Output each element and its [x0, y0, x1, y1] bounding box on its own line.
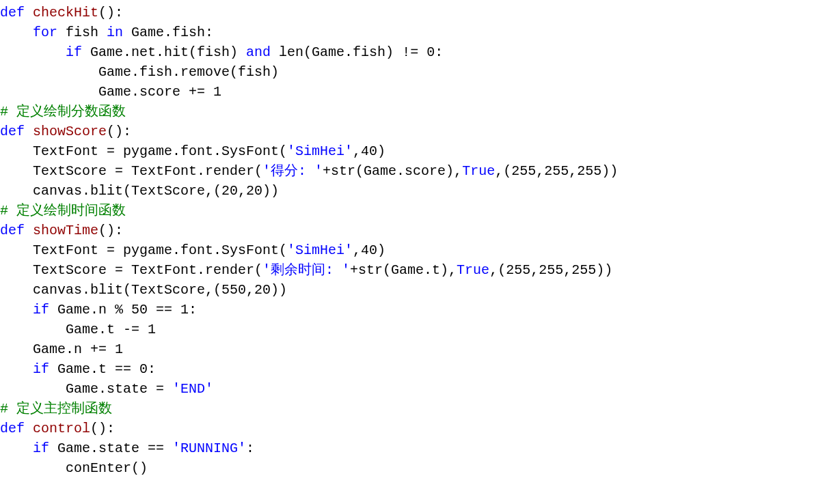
token-str: 'RUNNING' — [172, 440, 246, 456]
token-plain: Game.fish.remove(fish) — [0, 64, 279, 80]
token-plain: Game.fish: — [123, 25, 213, 40]
token-plain: (): — [90, 421, 115, 436]
token-str: '得分: ' — [262, 163, 323, 179]
token-plain: ,40) — [353, 242, 385, 258]
code-line: TextFont = pygame.font.SysFont('SimHei',… — [0, 143, 385, 159]
code-line: Game.score += 1 — [0, 84, 221, 100]
token-const: True — [457, 262, 489, 278]
token-plain: (): — [107, 124, 131, 139]
code-line: canvas.blit(TextScore,(20,20)) — [0, 183, 279, 199]
token-plain: conEnter() — [0, 460, 148, 476]
token-str: 'SimHei' — [287, 242, 353, 258]
token-plain: (): — [98, 223, 123, 238]
token-fn: showTime — [33, 223, 98, 238]
code-line: # 定义绘制时间函数 — [0, 203, 126, 219]
token-plain: Game.n += 1 — [0, 341, 123, 357]
code-line: for fish in Game.fish: — [0, 25, 213, 40]
token-plain: Game.t == 0: — [49, 361, 156, 377]
token-plain: canvas.blit(TextScore,(20,20)) — [0, 183, 279, 199]
token-kw: def — [0, 124, 33, 139]
token-plain — [0, 302, 33, 318]
token-plain: Game.t -= 1 — [0, 322, 156, 337]
token-plain: TextFont = pygame.font.SysFont( — [0, 143, 287, 159]
token-kw: if — [33, 440, 49, 456]
code-line: if Game.t == 0: — [0, 361, 156, 377]
token-plain: (): — [98, 5, 123, 20]
token-plain: len(Game.fish) != 0: — [271, 44, 443, 60]
token-kw: if — [66, 44, 82, 60]
token-plain: Game.state == — [49, 440, 172, 456]
token-plain: ,(255,255,255)) — [489, 262, 612, 278]
token-cmt: # 定义绘制时间函数 — [0, 203, 126, 219]
token-kw: for — [33, 25, 57, 40]
token-plain: canvas.blit(TextScore,(550,20)) — [0, 282, 287, 298]
token-kw: if — [33, 302, 49, 318]
token-cmt: # 定义绘制分数函数 — [0, 104, 126, 120]
token-cmt: # 定义主控制函数 — [0, 401, 112, 417]
code-line: Game.t -= 1 — [0, 322, 156, 337]
token-plain — [0, 44, 66, 60]
code-line: def control(): — [0, 421, 115, 436]
token-fn: control — [33, 421, 90, 436]
token-kw: def — [0, 223, 33, 238]
token-fn: showScore — [33, 124, 107, 139]
token-kw: in — [107, 25, 123, 40]
token-plain: +str(Game.t), — [350, 262, 457, 278]
code-line: def showScore(): — [0, 124, 131, 139]
token-plain: fish — [57, 25, 107, 40]
token-plain: TextScore = TextFont.render( — [0, 163, 262, 179]
code-line: # 定义主控制函数 — [0, 401, 112, 417]
token-kw: def — [0, 421, 33, 436]
token-plain: Game.state = — [0, 381, 172, 397]
code-line: if Game.n % 50 == 1: — [0, 302, 197, 318]
code-line: canvas.blit(TextScore,(550,20)) — [0, 282, 287, 298]
token-plain: Game.score += 1 — [0, 84, 221, 100]
token-kw: and — [246, 44, 271, 60]
token-plain — [0, 25, 33, 40]
code-line: TextFont = pygame.font.SysFont('SimHei',… — [0, 242, 385, 258]
code-line: TextScore = TextFont.render('剩余时间: '+str… — [0, 262, 612, 278]
token-kw: if — [33, 361, 49, 377]
code-line: Game.state = 'END' — [0, 381, 213, 397]
token-plain: Game.n % 50 == 1: — [49, 302, 197, 318]
token-plain: TextFont = pygame.font.SysFont( — [0, 242, 287, 258]
code-line: if Game.net.hit(fish) and len(Game.fish)… — [0, 44, 443, 60]
code-line: TextScore = TextFont.render('得分: '+str(G… — [0, 163, 618, 179]
token-plain — [0, 361, 33, 377]
code-line: Game.n += 1 — [0, 341, 123, 357]
token-str: 'SimHei' — [287, 143, 353, 159]
token-kw: def — [0, 5, 33, 20]
token-plain: ,40) — [353, 143, 385, 159]
token-plain: +str(Game.score), — [323, 163, 462, 179]
token-str: '剩余时间: ' — [262, 262, 350, 278]
code-line: def showTime(): — [0, 223, 123, 238]
source-code-block: def checkHit(): for fish in Game.fish: i… — [0, 0, 827, 478]
token-plain: ,(255,255,255)) — [495, 163, 618, 179]
code-line: def checkHit(): — [0, 5, 123, 20]
token-str: 'END' — [172, 381, 213, 397]
token-plain: TextScore = TextFont.render( — [0, 262, 262, 278]
token-const: True — [462, 163, 495, 179]
code-line: Game.fish.remove(fish) — [0, 64, 279, 80]
code-line: # 定义绘制分数函数 — [0, 104, 126, 120]
token-plain: : — [246, 440, 254, 456]
code-line: conEnter() — [0, 460, 148, 476]
token-plain: Game.net.hit(fish) — [82, 44, 246, 60]
token-plain — [0, 440, 33, 456]
token-fn: checkHit — [33, 5, 98, 20]
code-line: if Game.state == 'RUNNING': — [0, 440, 254, 456]
